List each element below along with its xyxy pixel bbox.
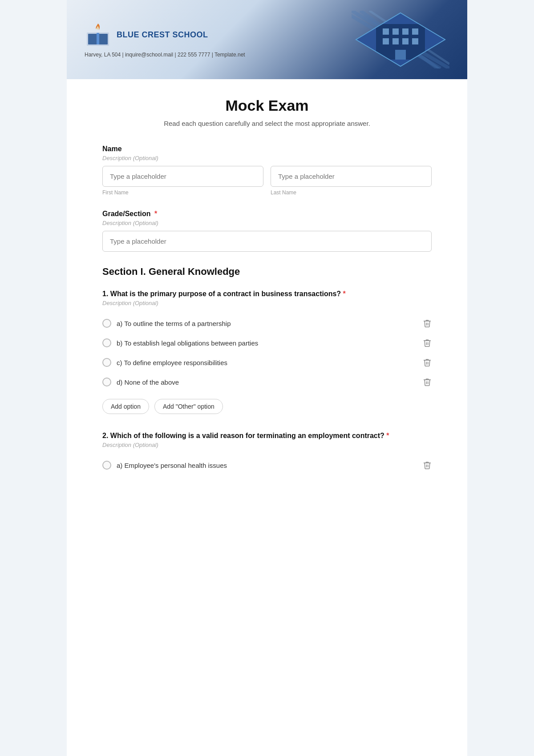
q1-option-2: c) To define employee responsibilities xyxy=(102,353,432,372)
first-name-input[interactable] xyxy=(102,166,263,187)
q1-option-text-2: c) To define employee responsibilities xyxy=(117,359,227,366)
first-name-sublabel: First Name xyxy=(102,189,263,196)
q2-option-0: a) Employee's personal health issues xyxy=(102,455,432,475)
svg-rect-12 xyxy=(392,28,399,35)
svg-rect-14 xyxy=(412,28,418,35)
header-left: BLUE CREST SCHOOL Harvey, LA 504 | inqui… xyxy=(85,21,245,58)
q2-delete-0[interactable] xyxy=(423,461,432,470)
grade-section-label: Grade/Section * xyxy=(102,210,432,218)
q1-option-text-1: b) To establish legal obligations betwee… xyxy=(117,339,258,347)
q1-option-3: d) None of the above xyxy=(102,372,432,392)
q1-option-1: b) To establish legal obligations betwee… xyxy=(102,333,432,353)
q1-options: a) To outline the terms of a partnership xyxy=(102,314,432,392)
section1-header: Section I. General Knowledge xyxy=(102,266,432,277)
q2-radio-0[interactable] xyxy=(102,461,111,470)
first-name-col: First Name xyxy=(102,166,263,196)
page: BLUE CREST SCHOOL Harvey, LA 504 | inqui… xyxy=(67,0,467,756)
svg-rect-11 xyxy=(383,28,389,35)
school-logo-icon xyxy=(85,21,111,48)
q1-description: Description (Optional) xyxy=(102,300,432,306)
logo-area: BLUE CREST SCHOOL xyxy=(85,21,208,48)
name-description: Description (Optional) xyxy=(102,155,432,161)
school-name: BLUE CREST SCHOOL xyxy=(117,30,208,40)
grade-required-mark: * xyxy=(152,210,157,217)
q1-add-option-button[interactable]: Add option xyxy=(102,399,149,414)
q1-delete-2[interactable] xyxy=(423,358,432,367)
svg-rect-1 xyxy=(88,34,97,44)
q1-delete-1[interactable] xyxy=(423,338,432,347)
question-1-title: 1. What is the primary purpose of a cont… xyxy=(102,290,432,298)
q1-option-text-3: d) None of the above xyxy=(117,378,179,386)
svg-rect-15 xyxy=(383,38,389,44)
q2-description: Description (Optional) xyxy=(102,442,432,448)
grade-section-input[interactable] xyxy=(102,231,432,252)
svg-rect-18 xyxy=(412,38,418,44)
main-content: Mock Exam Read each question carefully a… xyxy=(67,79,467,511)
grade-description: Description (Optional) xyxy=(102,220,432,226)
q1-option-0: a) To outline the terms of a partnership xyxy=(102,314,432,333)
school-name-block: BLUE CREST SCHOOL xyxy=(117,30,208,40)
question-2-title: 2. Which of the following is a valid rea… xyxy=(102,432,432,440)
svg-rect-16 xyxy=(392,38,399,44)
header-graphic xyxy=(352,11,449,68)
last-name-sublabel: Last Name xyxy=(271,189,432,196)
q2-required-mark: * xyxy=(386,432,389,439)
header: BLUE CREST SCHOOL Harvey, LA 504 | inqui… xyxy=(67,0,467,79)
name-row: First Name Last Name xyxy=(102,166,432,196)
svg-rect-19 xyxy=(395,50,406,60)
q2-options: a) Employee's personal health issues xyxy=(102,455,432,475)
name-label: Name xyxy=(102,145,432,153)
q1-radio-1[interactable] xyxy=(102,338,111,347)
svg-rect-17 xyxy=(402,38,409,44)
q1-radio-3[interactable] xyxy=(102,378,111,386)
q1-delete-0[interactable] xyxy=(423,319,432,328)
svg-rect-3 xyxy=(97,33,99,44)
q1-add-options-row: Add option Add "Other" option xyxy=(102,399,432,414)
form-title: Mock Exam xyxy=(102,97,432,114)
question-2-block: 2. Which of the following is a valid rea… xyxy=(102,432,432,475)
last-name-col: Last Name xyxy=(271,166,432,196)
school-info: Harvey, LA 504 | inquire@school.mail | 2… xyxy=(85,52,245,58)
q1-radio-2[interactable] xyxy=(102,358,111,367)
q1-add-other-option-button[interactable]: Add "Other" option xyxy=(154,399,223,414)
svg-rect-2 xyxy=(99,34,108,44)
name-field: Name Description (Optional) First Name L… xyxy=(102,145,432,196)
grade-section-field: Grade/Section * Description (Optional) xyxy=(102,210,432,252)
q1-radio-0[interactable] xyxy=(102,319,111,328)
form-subtitle: Read each question carefully and select … xyxy=(102,120,432,127)
svg-rect-13 xyxy=(402,28,409,35)
q1-required-mark: * xyxy=(343,290,346,298)
q2-option-text-0: a) Employee's personal health issues xyxy=(117,462,227,469)
last-name-input[interactable] xyxy=(271,166,432,187)
q1-delete-3[interactable] xyxy=(423,378,432,386)
question-1-block: 1. What is the primary purpose of a cont… xyxy=(102,290,432,414)
q1-option-text-0: a) To outline the terms of a partnership xyxy=(117,320,231,327)
header-stripes-svg xyxy=(352,11,449,68)
